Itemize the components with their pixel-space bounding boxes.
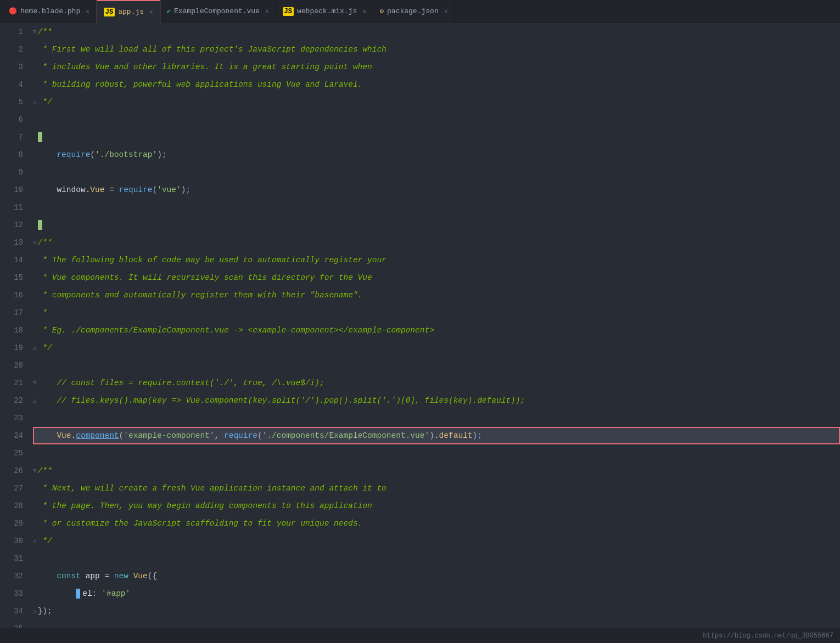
line-num-1: 1 [0,23,23,41]
fold-arrow-18 [33,322,37,339]
fold-arrow-27 [33,480,37,497]
fold-arrow-12 [33,216,37,234]
fold-arrow-21[interactable]: ▽ [33,374,37,392]
line-num-2: 2 [0,41,23,58]
tab-close-package-json[interactable]: ✕ [444,8,448,15]
line-num-29: 29 [0,515,23,532]
code-text: * The following block of code may be use… [38,251,387,269]
line-num-26: 26 [0,462,23,480]
line-num-28: 28 [0,497,23,515]
tab-label: package.json [387,7,439,15]
code-text: /** [38,23,52,41]
code-line-13: ▽ /** [33,234,840,251]
line-num-14: 14 [0,251,23,269]
tab-close-home-blade[interactable]: ✕ [86,8,89,15]
tab-label: home.blade.php [20,7,80,15]
code-text: /** [38,234,52,251]
fold-arrow-19[interactable]: △ [33,339,37,357]
line-num-34: 34 [0,602,23,620]
line-num-23: 23 [0,409,23,427]
fold-arrow-26[interactable]: ▽ [33,462,37,480]
tab-home-blade[interactable]: 🔴 home.blade.php ✕ [2,0,97,23]
line-num-22: 22 [0,392,23,409]
code-text: require('./bootstrap'); [38,146,167,163]
code-line-28: * the page. Then, you may begin adding c… [33,497,840,515]
code-text: */ [38,532,52,550]
code-line-6 [33,111,840,128]
line-num-11: 11 [0,199,23,216]
js-icon-webpack: JS [283,7,294,16]
line-num-8: 8 [0,146,23,163]
code-content[interactable]: ▽ /** * First we will load all of this p… [29,23,840,628]
green-marker-7 [38,132,42,142]
fold-arrow-5[interactable]: △ [33,93,37,111]
fold-arrow-13[interactable]: ▽ [33,234,37,251]
code-line-7 [33,128,840,146]
code-text: * First we will load all of this project… [38,41,387,58]
fold-arrow-30[interactable]: △ [33,532,37,550]
code-line-17: * [33,304,840,322]
line-num-9: 9 [0,163,23,181]
fold-arrow-1[interactable]: ▽ [33,23,37,41]
tab-webpack-mix-js[interactable]: JS webpack.mix.js ✕ [276,0,373,23]
code-line-22: △ // files.keys().map(key => Vue.compone… [33,392,840,409]
fold-arrow-24 [33,427,37,444]
tab-close-app-js[interactable]: ✕ [149,8,153,15]
line-num-24: 24 [0,427,23,444]
fold-arrow-3 [33,58,37,76]
fold-arrow-4 [33,76,37,93]
fold-arrow-8 [33,146,37,163]
fold-arrow-23 [33,409,37,427]
line-num-5: 5 [0,93,23,111]
fold-arrow-17 [33,304,37,322]
line-num-31: 31 [0,550,23,567]
line-num-6: 6 [0,111,23,128]
fold-arrow-31 [33,550,37,567]
code-line-12 [33,216,840,234]
code-line-9 [33,163,840,181]
tab-close-example-component[interactable]: ✕ [265,8,269,15]
line-num-4: 4 [0,76,23,93]
tab-example-component-vue[interactable]: ✔ ExampleComponent.vue ✕ [160,0,276,23]
code-text: */ [38,339,52,357]
code-text: const app = new Vue({ [38,567,158,585]
code-line-1: ▽ /** [33,23,840,41]
json-icon: ⚙ [380,7,384,15]
tab-app-js[interactable]: JS app.js ✕ [97,0,160,23]
line-num-3: 3 [0,58,23,76]
code-line-2: * First we will load all of this project… [33,41,840,58]
code-line-16: * components and automatically register … [33,286,840,304]
code-text: /** [38,462,52,480]
code-text: * Next, we will create a fresh Vue appli… [38,480,387,497]
fold-arrow-15 [33,269,37,286]
line-num-30: 30 [0,532,23,550]
code-line-32: const app = new Vue({ [33,567,840,585]
code-text: el: '#app' [38,585,131,602]
code-text: * or customize the JavaScript scaffoldin… [38,515,363,532]
js-icon: JS [104,8,115,16]
line-numbers: 1 2 3 4 5 6 7 8 9 10 11 12 13 14 15 16 1… [0,23,29,628]
code-text: // const files = require.context('./', t… [38,374,324,392]
tab-label: app.js [118,8,144,16]
fold-arrow-35 [33,620,37,628]
line-num-18: 18 [0,322,23,339]
blue-marker-33 [76,589,80,599]
tab-close-webpack[interactable]: ✕ [362,8,366,15]
code-line-5: △ */ [33,93,840,111]
code-line-19: △ */ [33,339,840,357]
fold-arrow-22[interactable]: △ [33,392,37,409]
fold-arrow-16 [33,286,37,304]
fold-arrow-29 [33,515,37,532]
fold-arrow-34[interactable]: △ [33,602,37,620]
fold-arrow-25 [33,444,37,462]
code-line-31 [33,550,840,567]
code-line-29: * or customize the JavaScript scaffoldin… [33,515,840,532]
line-num-21: 21 [0,374,23,392]
fold-arrow-10 [33,181,37,199]
fold-arrow-14 [33,251,37,269]
code-line-4: * building robust, powerful web applicat… [33,76,840,93]
line-num-32: 32 [0,567,23,585]
code-line-26: ▽ /** [33,462,840,480]
tab-package-json[interactable]: ⚙ package.json ✕ [373,0,455,23]
code-text: */ [38,93,52,111]
